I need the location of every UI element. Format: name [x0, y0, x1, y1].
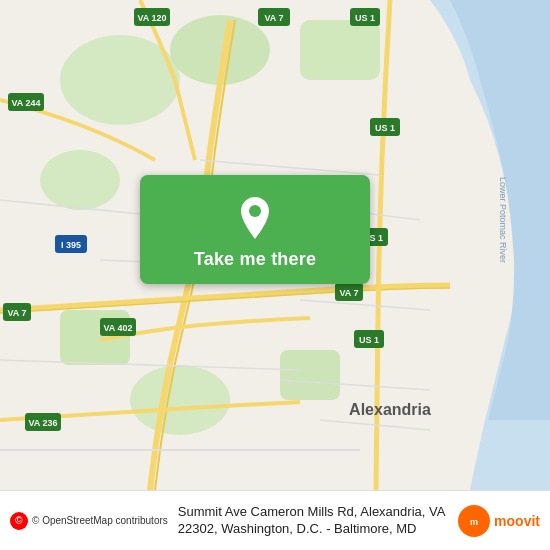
location-pin-icon	[236, 195, 274, 241]
svg-text:VA 236: VA 236	[28, 418, 57, 428]
svg-text:VA 120: VA 120	[137, 13, 166, 23]
osm-credit: © OpenStreetMap contributors	[32, 515, 168, 526]
svg-text:US 1: US 1	[359, 335, 379, 345]
svg-text:VA 7: VA 7	[339, 288, 358, 298]
svg-text:VA 244: VA 244	[11, 98, 40, 108]
svg-text:Alexandria: Alexandria	[349, 401, 431, 418]
moovit-text: moovit	[494, 513, 540, 529]
svg-rect-8	[280, 350, 340, 400]
svg-text:US 1: US 1	[355, 13, 375, 23]
svg-text:VA 7: VA 7	[264, 13, 283, 23]
address-text: Summit Ave Cameron Mills Rd, Alexandria,…	[178, 504, 450, 538]
moovit-logo: m moovit	[458, 505, 540, 537]
svg-text:I 395: I 395	[61, 240, 81, 250]
svg-point-45	[249, 205, 261, 217]
map-container: Lower Potomac River I 395 I 395	[0, 0, 550, 490]
svg-text:Lower Potomac River: Lower Potomac River	[498, 177, 508, 263]
address-section: Summit Ave Cameron Mills Rd, Alexandria,…	[178, 504, 540, 538]
info-bar: © © OpenStreetMap contributors Summit Av…	[0, 490, 550, 550]
svg-rect-4	[300, 20, 380, 80]
osm-logo: ©	[10, 512, 28, 530]
svg-point-5	[40, 150, 120, 210]
svg-text:m: m	[470, 517, 478, 527]
cta-label: Take me there	[194, 249, 316, 270]
take-me-there-button[interactable]: Take me there	[140, 175, 370, 284]
moovit-icon: m	[458, 505, 490, 537]
svg-point-7	[130, 365, 230, 435]
svg-text:VA 402: VA 402	[103, 323, 132, 333]
svg-text:US 1: US 1	[375, 123, 395, 133]
svg-text:VA 7: VA 7	[7, 308, 26, 318]
